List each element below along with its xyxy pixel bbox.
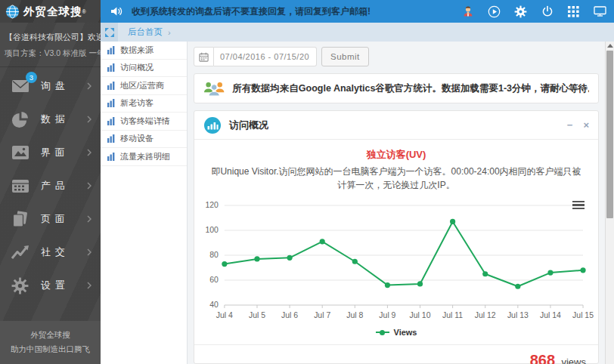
sidebar-item-products[interactable]: 产品 — [0, 169, 101, 202]
submenu-item-new-returning-visitors[interactable]: 新老访客 — [101, 95, 187, 113]
display-button[interactable] — [591, 0, 609, 23]
svg-text:60: 60 — [209, 276, 219, 284]
product-table-icon — [11, 179, 29, 193]
logo-registered-mark: ® — [82, 9, 86, 14]
panel-minimize-button[interactable]: − — [567, 120, 573, 130]
logo-text: 外贸全球搜 — [23, 5, 82, 19]
svg-text:Jul 4: Jul 4 — [216, 311, 233, 319]
submenu-item-data-source[interactable]: 数据来源 — [101, 42, 187, 60]
user-avatar[interactable] — [458, 0, 477, 23]
sidebar-footer: 外贸全球搜 助力中国制造出口腾飞 — [0, 321, 101, 364]
svg-text:Jul 15: Jul 15 — [572, 311, 594, 319]
chart-area: 406080100120Jul 4Jul 5Jul 6Jul 7Jul 8Jul… — [194, 193, 598, 344]
submenu-item-traffic-source-detail[interactable]: 流量来路明细 — [101, 148, 187, 166]
bar-chart-icon — [107, 82, 116, 90]
svg-text:Jul 5: Jul 5 — [249, 311, 265, 319]
visit-overview-panel: 访问概况 − × 独立访客(UV) 即Unique Visitor.访问您网站的… — [194, 110, 599, 364]
bar-chart-icon — [107, 63, 116, 72]
svg-text:Jul 13: Jul 13 — [507, 311, 529, 319]
bar-chart-icon — [107, 117, 116, 125]
submenu-item-visit-overview[interactable]: 访问概况 — [101, 60, 187, 78]
panel-close-button[interactable]: × — [583, 120, 589, 130]
uv-line-chart: 406080100120Jul 4Jul 5Jul 6Jul 7Jul 8Jul… — [199, 195, 594, 325]
svg-text:40: 40 — [209, 301, 219, 309]
people-group-icon — [203, 80, 225, 97]
date-range-input[interactable] — [214, 47, 317, 66]
gear-icon — [514, 5, 527, 18]
panel-title: 访问概况 — [229, 119, 268, 132]
svg-text:Jul 8: Jul 8 — [346, 311, 363, 319]
report-submenu: 数据来源 访问概况 地区/运营商 新老访客 — [101, 42, 188, 364]
monitor-icon — [594, 5, 606, 17]
social-chart-icon — [11, 245, 29, 260]
metric-description-text: 即Unique Visitor.访问您网站的一台电脑客户端为一个访客。00:00… — [209, 165, 583, 192]
panel-chart-icon — [203, 116, 222, 134]
svg-text:80: 80 — [209, 251, 219, 259]
main-sidebar: 【谷道科技有限公司】欢迎您! 项目方案：V3.0 标准版 一年 3 询盘 — [0, 23, 101, 364]
bar-chart-icon — [107, 134, 116, 143]
speaker-icon — [110, 6, 122, 17]
panel-header: 访问概况 − × — [194, 111, 598, 140]
bar-chart-icon — [107, 153, 116, 161]
svg-text:100: 100 — [205, 226, 219, 234]
sidebar-item-pages[interactable]: 页面 — [0, 202, 101, 236]
submenu-item-visitor-terminal[interactable]: 访客终端详情 — [101, 113, 187, 131]
chevron-right-icon — [87, 282, 91, 289]
chevron-right-icon — [87, 215, 91, 223]
announcement-bar: 收到系统转发的询盘后请不要直接回复，请回复到客户邮箱! — [101, 0, 614, 23]
sidebar-item-interface[interactable]: 界面 — [0, 136, 101, 169]
submit-button[interactable]: Submit — [321, 47, 369, 66]
chart-legend-views[interactable]: Views — [199, 328, 594, 337]
settings-button[interactable] — [511, 0, 530, 23]
globe-logo-icon — [5, 5, 20, 19]
sidebar-nav: 3 询盘 数据 — [0, 67, 101, 302]
bar-chart-icon — [107, 46, 116, 54]
total-views-unit: views — [561, 356, 586, 364]
expand-arrows-icon — [105, 28, 114, 37]
sidebar-footer-brand: 外贸全球搜 — [3, 328, 98, 341]
collapse-sidebar-button[interactable] — [101, 23, 118, 42]
svg-text:Jul 14: Jul 14 — [540, 311, 561, 319]
scrollbar-up-arrow[interactable] — [607, 44, 613, 48]
sidebar-item-settings[interactable]: 设置 — [0, 269, 101, 302]
total-views-value: 868 — [530, 352, 555, 364]
date-toolbar: Submit — [194, 47, 599, 66]
play-button[interactable] — [485, 0, 504, 23]
breadcrumb-home-link[interactable]: 后台首页 — [128, 26, 163, 38]
scrollbar-thumb[interactable] — [606, 51, 613, 218]
app-window: 外贸全球搜 ® 收到系统转发的询盘后请不要直接回复，请回复到客户邮箱! — [0, 0, 614, 364]
svg-text:Jul 12: Jul 12 — [475, 311, 496, 319]
legend-marker-icon — [376, 332, 389, 333]
breadcrumb-separator: › — [168, 28, 171, 37]
sidebar-item-social[interactable]: 社交 — [0, 236, 101, 269]
vertical-scrollbar[interactable] — [605, 42, 614, 364]
breadcrumb: 后台首页 › — [101, 23, 614, 42]
metric-description: 独立访客(UV) 即Unique Visitor.访问您网站的一台电脑客户端为一… — [194, 140, 598, 193]
legend-label: Views — [394, 328, 417, 337]
sidebar-item-data[interactable]: 数据 — [0, 103, 101, 136]
pages-icon — [11, 211, 28, 228]
apps-grid-icon — [568, 6, 579, 17]
submenu-item-mobile-devices[interactable]: 移动设备 — [101, 131, 187, 149]
apps-menu-button[interactable] — [564, 0, 583, 23]
calendar-button[interactable] — [194, 47, 214, 66]
avatar-icon — [462, 5, 474, 17]
chevron-right-icon — [87, 82, 91, 90]
pie-chart-icon — [11, 111, 29, 128]
chart-export-menu-icon[interactable] — [572, 201, 585, 211]
svg-text:120: 120 — [205, 201, 219, 209]
chevron-right-icon — [87, 149, 91, 156]
submenu-item-region-operator[interactable]: 地区/运营商 — [101, 77, 187, 95]
svg-text:Jul 6: Jul 6 — [281, 311, 298, 319]
app-logo[interactable]: 外贸全球搜 ® — [0, 0, 101, 23]
play-circle-icon — [488, 5, 501, 18]
power-button[interactable] — [538, 0, 557, 23]
notice-text: 所有数据均来自Google Analytics谷歌官方统计。数据加载需要1-3分… — [232, 82, 589, 95]
sidebar-item-inquiry[interactable]: 3 询盘 — [0, 69, 101, 103]
chevron-right-icon — [87, 248, 91, 256]
chevron-right-icon — [87, 182, 91, 190]
notice-banner: 所有数据均来自Google Analytics谷歌官方统计。数据加载需要1-3分… — [194, 73, 599, 103]
image-icon — [11, 145, 29, 160]
company-welcome-text: 【谷道科技有限公司】欢迎您! — [5, 32, 96, 43]
inquiry-count-badge: 3 — [26, 72, 37, 83]
